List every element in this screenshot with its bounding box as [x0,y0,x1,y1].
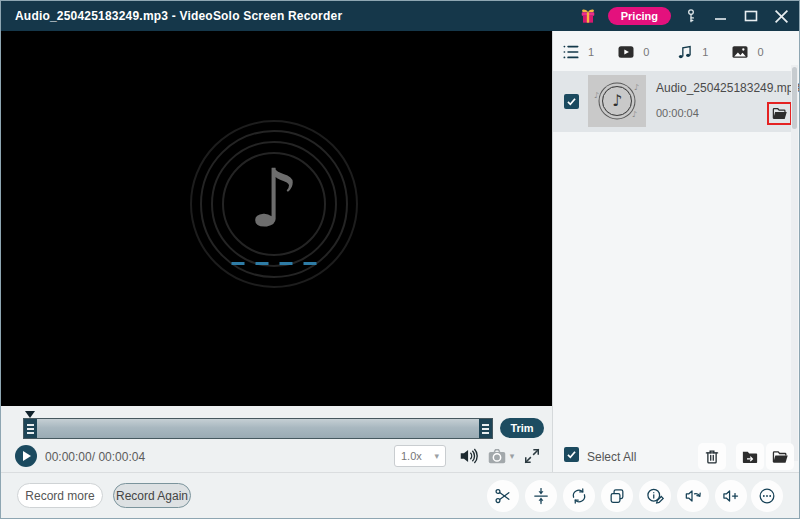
video-icon [616,42,636,62]
fullscreen-icon[interactable] [520,444,544,468]
play-button[interactable] [15,445,37,467]
playback-panel: Trim 00:00:00/ 00:00:04 1.0x ▾ [1,406,552,472]
more-options-button[interactable] [751,480,783,512]
thumbnail-note-ring: ♪ [602,86,632,116]
maximize-button[interactable] [741,6,761,26]
count-image: 0 [757,46,763,58]
app-window: Audio_250425183249.mp3 - VideoSolo Scree… [0,0,800,519]
record-more-button[interactable]: Record more [17,483,103,508]
list-icon [561,42,581,62]
key-activate-icon[interactable] [681,6,701,26]
filter-audio[interactable]: 1 [675,42,708,62]
loop-convert-button[interactable] [563,480,595,512]
volume-boost-button[interactable] [715,480,747,512]
chevron-down-icon: ▾ [434,451,439,461]
audio-convert-button[interactable] [677,480,709,512]
open-folder-button[interactable] [766,443,794,470]
preview-area: ♪ [1,31,552,406]
time-display: 00:00:00/ 00:00:04 [45,450,145,464]
export-button[interactable] [736,443,764,470]
timeline-row: Trim [1,409,552,439]
speed-dropdown[interactable]: 1.0x ▾ [394,445,446,467]
close-button[interactable] [771,6,791,26]
filter-image[interactable]: 0 [730,42,763,62]
controls-row: 00:00:00/ 00:00:04 1.0x ▾ ▾ [1,442,552,472]
titlebar: Audio_250425183249.mp3 - VideoSolo Scree… [1,1,799,31]
delete-button[interactable] [698,443,726,470]
footer-toolbar: Record more Record Again [1,472,799,518]
merge-compress-button[interactable] [525,480,557,512]
trim-track[interactable] [23,418,493,439]
edit-info-button[interactable] [639,480,671,512]
image-icon [730,42,750,62]
item-duration: 00:00:04 [656,107,699,119]
filter-all[interactable]: 1 [561,42,594,62]
playhead-marker[interactable] [25,411,35,418]
gift-icon [578,6,598,26]
minimize-button[interactable] [711,6,731,26]
open-file-location-button[interactable] [767,102,792,125]
speed-value: 1.0x [401,450,422,462]
scrollbar-thumb[interactable] [792,67,797,129]
select-all-row: Select All [553,441,800,472]
item-filename: Audio_250425183249.mp3 [656,81,800,95]
count-video: 0 [643,46,649,58]
volume-icon[interactable] [457,444,481,468]
pricing-button[interactable]: Pricing [608,7,671,25]
trim-button[interactable]: Trim [500,418,544,438]
audio-loading-dashes [232,262,317,265]
duplicate-button[interactable] [601,480,633,512]
filter-video[interactable]: 0 [616,42,649,62]
music-icon [675,42,695,62]
track-fill[interactable] [37,419,479,438]
sidebar-scrollbar[interactable] [791,65,798,461]
count-audio: 1 [702,46,708,58]
camera-chevron-icon[interactable]: ▾ [506,444,518,468]
count-all: 1 [588,46,594,58]
media-type-filters: 1 0 1 [553,39,800,65]
select-all-checkbox[interactable] [564,447,579,462]
trim-handle-left[interactable] [24,419,37,438]
record-again-button[interactable]: Record Again [113,483,191,508]
music-note-icon: ♪ [248,159,299,239]
recording-list-sidebar: 1 0 1 [552,31,799,472]
trim-clip-button[interactable] [487,480,519,512]
trim-handle-right[interactable] [479,419,492,438]
recording-list-item[interactable]: ♪ ♪♪♪ Audio_250425183249.mp3 00:00:04 [553,71,793,132]
audio-thumbnail[interactable]: ♪ ♪♪♪ [588,75,646,127]
window-title: Audio_250425183249.mp3 - VideoSolo Scree… [15,9,342,23]
item-checkbox[interactable] [564,94,579,109]
select-all-label: Select All [587,450,636,464]
